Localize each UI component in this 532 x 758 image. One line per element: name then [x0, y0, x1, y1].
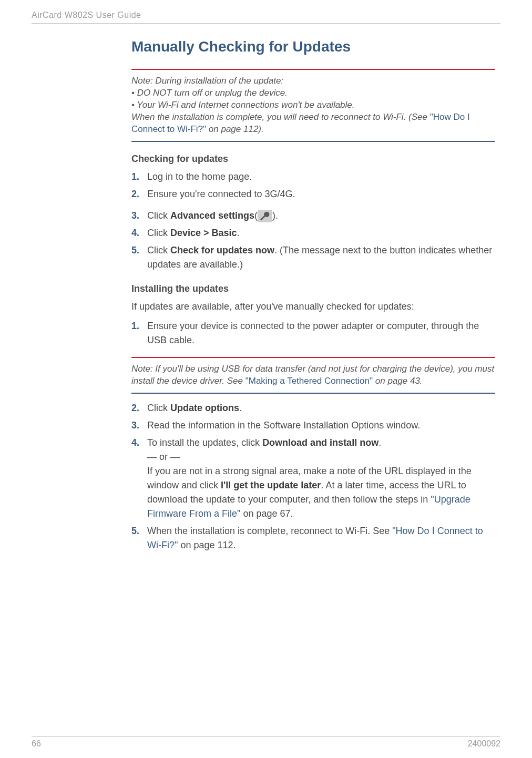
step-item: 1. Ensure your device is connected to th…	[131, 319, 495, 347]
step-number: 5.	[131, 524, 147, 538]
document-number: 2400092	[468, 739, 500, 749]
installing-intro: If updates are available, after you've m…	[131, 300, 495, 314]
wrench-icon	[258, 210, 272, 222]
step-item: 3. Read the information in the Software …	[131, 418, 495, 433]
step-text: Read the information in the Software Ins…	[147, 418, 495, 433]
note-bottom-rule	[131, 141, 495, 142]
step-prefix: Click	[147, 210, 170, 221]
step-prefix: Click	[147, 228, 170, 238]
step-text: Click Advanced settings().	[147, 209, 495, 223]
step-number: 3.	[131, 418, 147, 433]
s4-l1-prefix: To install the updates, click	[147, 437, 262, 448]
step-prefix: Click	[147, 245, 170, 255]
running-head: AirCard W802S User Guide	[32, 11, 500, 20]
ui-label-device-basic: Device > Basic	[170, 228, 237, 238]
note-bullet: • DO NOT turn off or unplug the device.	[131, 87, 495, 99]
ui-label-check-updates-now: Check for updates now	[170, 245, 274, 255]
s4-or: — or —	[147, 452, 180, 462]
page-number: 66	[32, 739, 41, 749]
step-item: 3. Click Advanced settings().	[131, 209, 495, 223]
note-lead: Note: During installation of the update:	[131, 75, 495, 87]
step-text: When the installation is complete, recon…	[147, 524, 495, 552]
step-item: 2. Ensure you're connected to 3G/4G.	[131, 187, 495, 201]
s5-suffix: on page 112.	[178, 540, 236, 550]
step-text: Click Check for updates now. (The messag…	[147, 243, 495, 272]
step-number: 4.	[131, 226, 147, 240]
ui-label-update-options: Update options	[170, 403, 239, 413]
note-install: Note: During installation of the update:…	[131, 70, 495, 136]
subhead-installing: Installing the updates	[131, 283, 495, 294]
step-item: 1. Log in to the home page.	[131, 170, 495, 184]
step-text: Click Device > Basic.	[147, 226, 495, 240]
step-text: Log in to the home page.	[147, 170, 495, 184]
s4-l2-c: on page 67.	[240, 508, 293, 519]
link-tethered-connection[interactable]: "Making a Tethered Connection"	[245, 376, 373, 386]
section-title: Manually Checking for Updates	[131, 38, 495, 55]
step-prefix: Click	[147, 403, 170, 413]
step-number: 4.	[131, 436, 147, 450]
s5-prefix: When the installation is complete, recon…	[147, 526, 392, 536]
ui-label-get-update-later: I'll get the update later	[221, 480, 321, 490]
content-column: Manually Checking for Updates Note: Duri…	[131, 38, 495, 552]
step-item: 2. Click Update options.	[131, 401, 495, 415]
note-bullet: • Your Wi-Fi and Internet connections wo…	[131, 99, 495, 111]
step-item: 4. Click Device > Basic.	[131, 226, 495, 240]
steps-checking: 1. Log in to the home page. 2. Ensure yo…	[131, 170, 495, 272]
step-text: To install the updates, click Download a…	[147, 436, 495, 521]
steps-installing-2: 2. Click Update options. 3. Read the inf…	[131, 401, 495, 552]
step-number: 2.	[131, 187, 147, 201]
note-tail: When the installation is complete, you w…	[131, 111, 495, 136]
footer-rule	[32, 736, 500, 737]
note-tail-before: When the installation is complete, you w…	[131, 112, 430, 122]
step-text: Ensure you're connected to 3G/4G.	[147, 187, 495, 201]
step-item: 5. When the installation is complete, re…	[131, 524, 495, 552]
step-number: 3.	[131, 209, 147, 223]
s4-l1-suffix: .	[378, 437, 381, 448]
ui-label-advanced-settings: Advanced settings	[170, 210, 254, 221]
note-bottom-rule	[131, 393, 495, 394]
step-paren-close: ).	[272, 210, 278, 221]
ui-label-download-install-now: Download and install now	[262, 437, 378, 448]
step-item: 5. Click Check for updates now. (The mes…	[131, 243, 495, 272]
step-number: 5.	[131, 243, 147, 258]
steps-installing-1: 1. Ensure your device is connected to th…	[131, 319, 495, 347]
step-text: Click Update options.	[147, 401, 495, 415]
step-item: 4. To install the updates, click Downloa…	[131, 436, 495, 521]
step-suffix: .	[239, 403, 242, 413]
header-rule	[32, 23, 500, 24]
step-number: 1.	[131, 319, 147, 333]
step-suffix: .	[237, 228, 240, 238]
note-tail-after: on page 112).	[206, 124, 264, 134]
page: AirCard W802S User Guide Manually Checki…	[0, 0, 532, 758]
step-number: 1.	[131, 170, 147, 184]
note2-after: on page 43.	[373, 376, 423, 386]
page-footer: 66 2400092	[32, 732, 500, 749]
subhead-checking: Checking for updates	[131, 153, 495, 165]
note-usb: Note: If you'll be using USB for data tr…	[131, 358, 495, 387]
step-number: 2.	[131, 401, 147, 415]
step-text: Ensure your device is connected to the p…	[147, 319, 495, 347]
